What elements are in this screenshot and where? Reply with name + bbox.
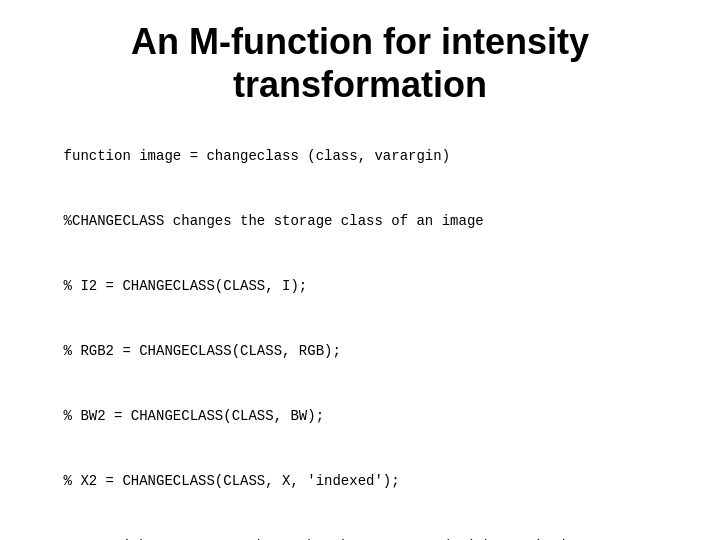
title-line2: transformation (233, 64, 487, 105)
comment2: % I2 = CHANGECLASS(CLASS, I); (64, 278, 308, 294)
title-section: An M-function for intensity transformati… (30, 20, 690, 106)
comment4: % BW2 = CHANGECLASS(CLASS, BW); (64, 408, 324, 424)
code-section: function image = changeclass (class, var… (30, 124, 690, 540)
function-declaration: function image = changeclass (class, var… (64, 148, 450, 164)
comment1: %CHANGECLASS changes the storage class o… (64, 213, 484, 229)
comment3: % RGB2 = CHANGECLASS(CLASS, RGB); (64, 343, 341, 359)
title-line1: An M-function for intensity (131, 21, 589, 62)
main-title: An M-function for intensity transformati… (30, 20, 690, 106)
comment5: % X2 = CHANGECLASS(CLASS, X, 'indexed'); (64, 473, 400, 489)
page-container: An M-function for intensity transformati… (0, 0, 720, 540)
